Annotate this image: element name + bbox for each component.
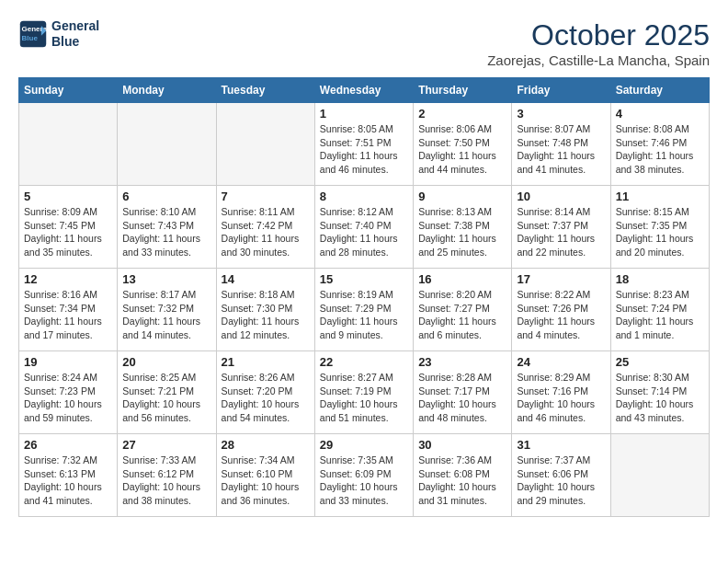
day-number: 12 [24, 272, 112, 286]
calendar-cell: 28Sunrise: 7:34 AMSunset: 6:10 PMDayligh… [216, 434, 314, 517]
logo: General Blue GeneralBlue [18, 18, 99, 50]
weekday-header: Wednesday [314, 78, 413, 103]
day-number: 22 [320, 355, 408, 369]
weekday-header-row: SundayMondayTuesdayWednesdayThursdayFrid… [19, 78, 710, 103]
day-number: 11 [616, 190, 704, 203]
day-number: 10 [517, 190, 605, 203]
day-number: 17 [517, 272, 605, 286]
day-number: 7 [222, 190, 310, 203]
day-info: Sunrise: 8:30 AMSunset: 7:14 PMDaylight:… [616, 371, 704, 425]
calendar-cell: 3Sunrise: 8:07 AMSunset: 7:48 PMDaylight… [512, 103, 610, 186]
calendar-cell: 4Sunrise: 8:08 AMSunset: 7:46 PMDaylight… [610, 103, 709, 186]
day-number: 27 [122, 438, 210, 452]
calendar-cell: 18Sunrise: 8:23 AMSunset: 7:24 PMDayligh… [610, 269, 709, 351]
day-number: 9 [418, 190, 506, 203]
weekday-header: Saturday [610, 78, 709, 103]
calendar-cell: 14Sunrise: 8:18 AMSunset: 7:30 PMDayligh… [216, 269, 314, 351]
day-number: 2 [418, 107, 506, 121]
calendar-cell: 26Sunrise: 7:32 AMSunset: 6:13 PMDayligh… [19, 434, 118, 517]
calendar-week-row: 19Sunrise: 8:24 AMSunset: 7:23 PMDayligh… [19, 351, 710, 434]
day-info: Sunrise: 8:19 AMSunset: 7:29 PMDaylight:… [320, 288, 408, 342]
day-number: 29 [320, 438, 408, 452]
day-number: 8 [320, 190, 408, 203]
calendar-cell: 25Sunrise: 8:30 AMSunset: 7:14 PMDayligh… [610, 351, 709, 434]
calendar-week-row: 5Sunrise: 8:09 AMSunset: 7:45 PMDaylight… [19, 186, 710, 269]
calendar-cell: 17Sunrise: 8:22 AMSunset: 7:26 PMDayligh… [512, 269, 610, 351]
day-info: Sunrise: 7:37 AMSunset: 6:06 PMDaylight:… [517, 454, 605, 508]
day-number: 4 [616, 107, 704, 121]
calendar-cell: 10Sunrise: 8:14 AMSunset: 7:37 PMDayligh… [512, 186, 610, 269]
location-subtitle: Zaorejas, Castille-La Mancha, Spain [487, 52, 710, 68]
calendar-table: SundayMondayTuesdayWednesdayThursdayFrid… [18, 77, 710, 517]
day-number: 3 [517, 107, 605, 121]
day-info: Sunrise: 8:29 AMSunset: 7:16 PMDaylight:… [517, 371, 605, 425]
day-number: 18 [616, 272, 704, 286]
day-info: Sunrise: 8:09 AMSunset: 7:45 PMDaylight:… [24, 205, 112, 259]
day-number: 20 [122, 355, 210, 369]
calendar-cell [19, 103, 118, 186]
day-number: 16 [418, 272, 506, 286]
calendar-cell: 31Sunrise: 7:37 AMSunset: 6:06 PMDayligh… [512, 434, 610, 517]
calendar-cell [610, 434, 709, 517]
calendar-cell [216, 103, 314, 186]
calendar-week-row: 12Sunrise: 8:16 AMSunset: 7:34 PMDayligh… [19, 269, 710, 351]
day-info: Sunrise: 8:17 AMSunset: 7:32 PMDaylight:… [122, 288, 210, 342]
day-info: Sunrise: 8:08 AMSunset: 7:46 PMDaylight:… [616, 122, 704, 177]
day-number: 25 [616, 355, 704, 369]
calendar-cell: 24Sunrise: 8:29 AMSunset: 7:16 PMDayligh… [512, 351, 610, 434]
calendar-cell: 7Sunrise: 8:11 AMSunset: 7:42 PMDaylight… [216, 186, 314, 269]
calendar-cell: 30Sunrise: 7:36 AMSunset: 6:08 PMDayligh… [414, 434, 512, 517]
day-info: Sunrise: 7:32 AMSunset: 6:13 PMDaylight:… [24, 454, 112, 508]
weekday-header: Monday [118, 78, 216, 103]
page-header: General Blue GeneralBlue October 2025 Za… [18, 18, 710, 68]
day-number: 1 [320, 107, 408, 121]
logo-text: GeneralBlue [51, 18, 99, 50]
day-info: Sunrise: 7:35 AMSunset: 6:09 PMDaylight:… [320, 454, 408, 508]
day-number: 30 [418, 438, 506, 452]
day-info: Sunrise: 8:14 AMSunset: 7:37 PMDaylight:… [517, 205, 605, 259]
day-info: Sunrise: 8:10 AMSunset: 7:43 PMDaylight:… [122, 205, 210, 259]
day-info: Sunrise: 8:06 AMSunset: 7:50 PMDaylight:… [418, 122, 506, 177]
day-number: 14 [222, 272, 310, 286]
day-number: 28 [222, 438, 310, 452]
day-info: Sunrise: 8:23 AMSunset: 7:24 PMDaylight:… [616, 288, 704, 342]
day-info: Sunrise: 7:34 AMSunset: 6:10 PMDaylight:… [222, 454, 310, 508]
day-info: Sunrise: 8:27 AMSunset: 7:19 PMDaylight:… [320, 371, 408, 425]
weekday-header: Tuesday [216, 78, 314, 103]
day-number: 24 [517, 355, 605, 369]
calendar-cell: 29Sunrise: 7:35 AMSunset: 6:09 PMDayligh… [314, 434, 413, 517]
calendar-cell: 8Sunrise: 8:12 AMSunset: 7:40 PMDaylight… [314, 186, 413, 269]
calendar-cell [118, 103, 216, 186]
day-number: 13 [122, 272, 210, 286]
day-info: Sunrise: 8:26 AMSunset: 7:20 PMDaylight:… [222, 371, 310, 425]
day-info: Sunrise: 7:36 AMSunset: 6:08 PMDaylight:… [418, 454, 506, 508]
calendar-cell: 1Sunrise: 8:05 AMSunset: 7:51 PMDaylight… [314, 103, 413, 186]
weekday-header: Thursday [414, 78, 512, 103]
calendar-cell: 2Sunrise: 8:06 AMSunset: 7:50 PMDaylight… [414, 103, 512, 186]
calendar-cell: 27Sunrise: 7:33 AMSunset: 6:12 PMDayligh… [118, 434, 216, 517]
calendar-cell: 5Sunrise: 8:09 AMSunset: 7:45 PMDaylight… [19, 186, 118, 269]
day-info: Sunrise: 8:12 AMSunset: 7:40 PMDaylight:… [320, 205, 408, 259]
day-info: Sunrise: 8:20 AMSunset: 7:27 PMDaylight:… [418, 288, 506, 342]
calendar-week-row: 1Sunrise: 8:05 AMSunset: 7:51 PMDaylight… [19, 103, 710, 186]
svg-text:Blue: Blue [22, 34, 39, 42]
calendar-cell: 6Sunrise: 8:10 AMSunset: 7:43 PMDaylight… [118, 186, 216, 269]
day-info: Sunrise: 8:13 AMSunset: 7:38 PMDaylight:… [418, 205, 506, 259]
calendar-cell: 11Sunrise: 8:15 AMSunset: 7:35 PMDayligh… [610, 186, 709, 269]
logo-icon: General Blue [18, 19, 48, 49]
calendar-cell: 23Sunrise: 8:28 AMSunset: 7:17 PMDayligh… [414, 351, 512, 434]
weekday-header: Sunday [19, 78, 118, 103]
calendar-week-row: 26Sunrise: 7:32 AMSunset: 6:13 PMDayligh… [19, 434, 710, 517]
calendar-cell: 19Sunrise: 8:24 AMSunset: 7:23 PMDayligh… [19, 351, 118, 434]
day-info: Sunrise: 8:28 AMSunset: 7:17 PMDaylight:… [418, 371, 506, 425]
day-info: Sunrise: 8:05 AMSunset: 7:51 PMDaylight:… [320, 122, 408, 177]
calendar-cell: 12Sunrise: 8:16 AMSunset: 7:34 PMDayligh… [19, 269, 118, 351]
month-title: October 2025 [487, 18, 710, 52]
day-number: 15 [320, 272, 408, 286]
day-info: Sunrise: 8:11 AMSunset: 7:42 PMDaylight:… [222, 205, 310, 259]
day-info: Sunrise: 8:16 AMSunset: 7:34 PMDaylight:… [24, 288, 112, 342]
title-block: October 2025 Zaorejas, Castille-La Manch… [487, 18, 710, 68]
day-info: Sunrise: 8:15 AMSunset: 7:35 PMDaylight:… [616, 205, 704, 259]
day-number: 6 [122, 190, 210, 203]
day-info: Sunrise: 8:07 AMSunset: 7:48 PMDaylight:… [517, 122, 605, 177]
